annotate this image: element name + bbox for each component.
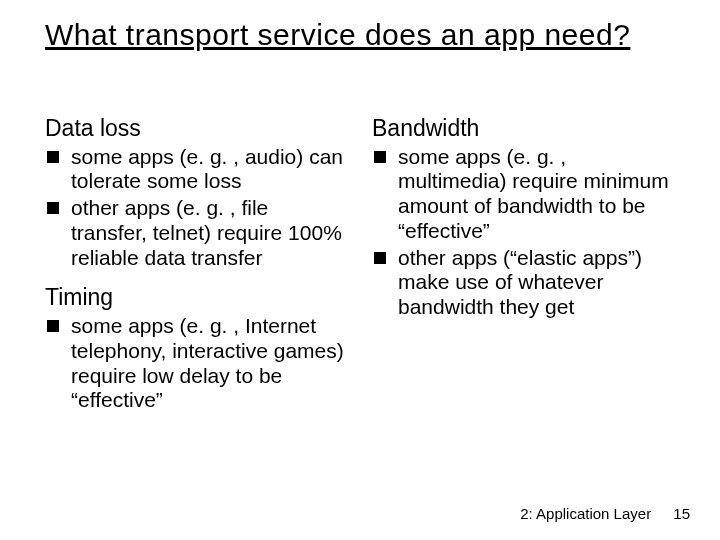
bullets-data-loss: some apps (e. g. , audio) can tolerate s… [45,145,348,271]
slide: What transport service does an app need?… [0,0,720,540]
heading-data-loss: Data loss [45,115,348,143]
list-item: other apps (e. g. , file transfer, telne… [45,196,348,270]
slide-title: What transport service does an app need? [45,18,630,52]
footer: 2: Application Layer 15 [520,505,690,522]
right-column: Bandwidth some apps (e. g. , multimedia)… [372,115,675,427]
list-item: other apps (“elastic apps”) make use of … [372,246,675,320]
list-item: some apps (e. g. , audio) can tolerate s… [45,145,348,195]
heading-bandwidth: Bandwidth [372,115,675,143]
footer-chapter: 2: Application Layer [520,505,651,522]
list-item: some apps (e. g. , multimedia) require m… [372,145,675,244]
content-area: Data loss some apps (e. g. , audio) can … [45,115,675,427]
left-column: Data loss some apps (e. g. , audio) can … [45,115,348,427]
bullets-bandwidth: some apps (e. g. , multimedia) require m… [372,145,675,320]
list-item: some apps (e. g. , Internet telephony, i… [45,314,348,413]
bullets-timing: some apps (e. g. , Internet telephony, i… [45,314,348,413]
heading-timing: Timing [45,284,348,312]
footer-page-number: 15 [673,505,690,522]
